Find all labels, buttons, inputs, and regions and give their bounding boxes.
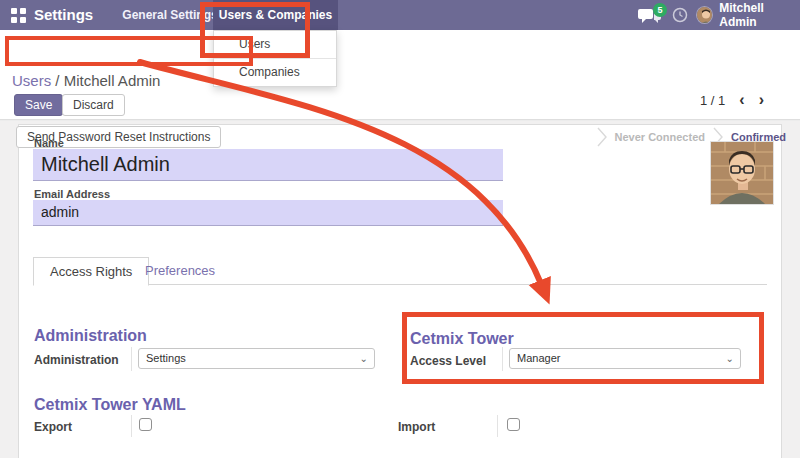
field-separator (131, 415, 132, 437)
section-cetmix-tower-title: Cetmix Tower (410, 330, 514, 348)
save-button[interactable]: Save (14, 94, 63, 116)
name-input[interactable]: Mitchell Admin (33, 149, 503, 181)
user-avatar-small (696, 6, 713, 24)
notebook-tabbar: Access Rights Preferences (33, 257, 767, 285)
pager-value: 1 / 1 (700, 93, 725, 108)
chevron-left-icon[interactable]: ‹ (739, 91, 744, 109)
name-label: Name (34, 137, 64, 149)
access-level-select[interactable]: Manager ⌄ (509, 348, 741, 369)
import-checkbox[interactable] (507, 418, 520, 431)
access-level-label: Access Level (410, 354, 486, 368)
chevron-down-icon: ⌄ (726, 349, 734, 368)
chevron-down-icon: ⌄ (360, 349, 368, 368)
field-separator (502, 347, 503, 371)
apps-grid-icon[interactable] (11, 8, 26, 23)
email-input[interactable]: admin (33, 200, 503, 226)
top-navbar: Settings General Settings Users & Compan… (0, 0, 800, 30)
breadcrumb-divider: / (55, 72, 59, 89)
discard-button[interactable]: Discard (62, 94, 125, 116)
administration-select[interactable]: Settings ⌄ (138, 348, 375, 369)
field-separator (497, 415, 498, 437)
breadcrumb: Users / Mitchell Admin (12, 72, 160, 89)
breadcrumb-parent-link[interactable]: Users (12, 72, 51, 89)
users-companies-dropdown: Users Companies (213, 30, 337, 87)
export-checkbox[interactable] (139, 418, 152, 431)
field-separator (131, 347, 132, 371)
chevron-right-icon[interactable]: › (759, 91, 764, 109)
pager: 1 / 1 ‹ › (700, 91, 764, 109)
status-separator-icon (597, 127, 607, 147)
section-administration-title: Administration (34, 327, 147, 345)
activities-clock-icon[interactable] (672, 7, 688, 23)
app-title[interactable]: Settings (34, 0, 93, 30)
dropdown-item-users[interactable]: Users (214, 31, 336, 58)
user-menu[interactable]: Mitchell Admin (696, 0, 800, 30)
status-never-connected[interactable]: Never Connected (615, 131, 705, 143)
tab-preferences[interactable]: Preferences (129, 257, 231, 285)
export-label: Export (34, 420, 72, 434)
menu-general-settings[interactable]: General Settings (122, 0, 218, 30)
menu-users-companies[interactable]: Users & Companies (213, 0, 338, 30)
messages-count-badge: 5 (653, 3, 667, 17)
section-cetmix-yaml-title: Cetmix Tower YAML (34, 396, 186, 414)
user-photo[interactable] (710, 141, 774, 205)
administration-field-label: Administration (34, 353, 119, 367)
odoo-settings-screen: Settings General Settings Users & Compan… (0, 0, 800, 458)
control-panel-divider (0, 120, 800, 121)
control-panel: Users / Mitchell Admin Save Discard 1 / … (0, 30, 800, 120)
dropdown-item-companies[interactable]: Companies (214, 59, 336, 86)
import-label: Import (398, 420, 435, 434)
breadcrumb-current: Mitchell Admin (64, 72, 161, 89)
email-label: Email Address (34, 188, 110, 200)
user-name: Mitchell Admin (719, 1, 800, 29)
